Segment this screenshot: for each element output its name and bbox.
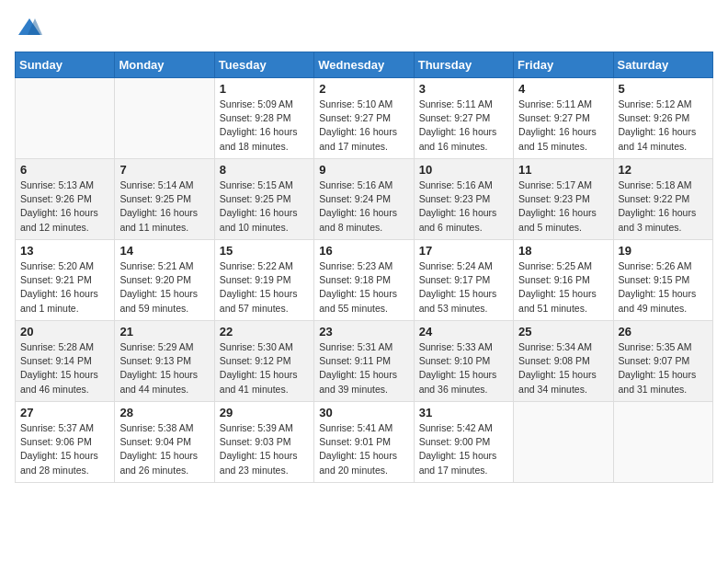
calendar-week-2: 6Sunrise: 5:13 AMSunset: 9:26 PMDaylight…	[16, 159, 713, 240]
calendar-cell	[16, 78, 115, 159]
weekday-header-wednesday: Wednesday	[314, 52, 414, 78]
calendar-cell: 26Sunrise: 5:35 AMSunset: 9:07 PMDayligh…	[613, 321, 712, 402]
day-number: 24	[419, 325, 508, 339]
calendar-cell: 20Sunrise: 5:28 AMSunset: 9:14 PMDayligh…	[16, 321, 115, 402]
calendar-week-5: 27Sunrise: 5:37 AMSunset: 9:06 PMDayligh…	[16, 402, 713, 483]
day-number: 29	[220, 406, 309, 419]
header	[15, 15, 713, 40]
calendar-cell: 11Sunrise: 5:17 AMSunset: 9:23 PMDayligh…	[514, 159, 613, 240]
day-number: 17	[419, 244, 508, 258]
day-number: 25	[518, 325, 608, 339]
calendar-cell: 19Sunrise: 5:26 AMSunset: 9:15 PMDayligh…	[613, 240, 712, 321]
calendar-cell: 10Sunrise: 5:16 AMSunset: 9:23 PMDayligh…	[414, 159, 513, 240]
day-info: Sunrise: 5:16 AMSunset: 9:23 PMDaylight:…	[419, 178, 508, 235]
calendar-cell: 18Sunrise: 5:25 AMSunset: 9:16 PMDayligh…	[514, 240, 613, 321]
weekday-header-saturday: Saturday	[613, 52, 712, 78]
calendar-cell: 17Sunrise: 5:24 AMSunset: 9:17 PMDayligh…	[414, 240, 513, 321]
weekday-header-monday: Monday	[115, 52, 214, 78]
day-info: Sunrise: 5:29 AMSunset: 9:13 PMDaylight:…	[119, 340, 209, 396]
day-info: Sunrise: 5:09 AMSunset: 9:28 PMDaylight:…	[220, 98, 309, 154]
calendar-cell: 7Sunrise: 5:14 AMSunset: 9:25 PMDaylight…	[115, 159, 214, 240]
day-number: 26	[619, 325, 708, 339]
day-info: Sunrise: 5:42 AMSunset: 9:00 PMDaylight:…	[419, 421, 508, 477]
day-info: Sunrise: 5:26 AMSunset: 9:15 PMDaylight:…	[619, 259, 708, 316]
day-number: 30	[319, 406, 408, 419]
day-info: Sunrise: 5:18 AMSunset: 9:22 PMDaylight:…	[619, 178, 708, 235]
day-number: 5	[619, 82, 708, 96]
calendar-cell: 6Sunrise: 5:13 AMSunset: 9:26 PMDaylight…	[16, 159, 115, 240]
calendar-cell	[514, 402, 613, 483]
logo	[15, 15, 42, 40]
day-number: 12	[619, 163, 708, 177]
calendar-week-1: 1Sunrise: 5:09 AMSunset: 9:28 PMDaylight…	[16, 78, 713, 159]
day-number: 6	[20, 163, 109, 177]
day-number: 23	[319, 325, 408, 339]
day-info: Sunrise: 5:11 AMSunset: 9:27 PMDaylight:…	[419, 98, 508, 154]
day-info: Sunrise: 5:21 AMSunset: 9:20 PMDaylight:…	[119, 259, 209, 316]
day-number: 16	[319, 244, 408, 258]
day-info: Sunrise: 5:17 AMSunset: 9:23 PMDaylight:…	[518, 178, 608, 235]
day-number: 10	[419, 163, 508, 177]
day-info: Sunrise: 5:11 AMSunset: 9:27 PMDaylight:…	[518, 98, 608, 154]
calendar-cell: 31Sunrise: 5:42 AMSunset: 9:00 PMDayligh…	[414, 402, 513, 483]
calendar-cell: 24Sunrise: 5:33 AMSunset: 9:10 PMDayligh…	[414, 321, 513, 402]
day-info: Sunrise: 5:34 AMSunset: 9:08 PMDaylight:…	[518, 340, 608, 396]
day-info: Sunrise: 5:13 AMSunset: 9:26 PMDaylight:…	[20, 178, 109, 235]
day-info: Sunrise: 5:20 AMSunset: 9:21 PMDaylight:…	[20, 259, 109, 316]
calendar-cell: 27Sunrise: 5:37 AMSunset: 9:06 PMDayligh…	[16, 402, 115, 483]
calendar-week-4: 20Sunrise: 5:28 AMSunset: 9:14 PMDayligh…	[16, 321, 713, 402]
logo-icon	[17, 15, 42, 40]
day-number: 18	[518, 244, 608, 258]
day-info: Sunrise: 5:33 AMSunset: 9:10 PMDaylight:…	[419, 340, 508, 396]
day-number: 19	[619, 244, 708, 258]
day-info: Sunrise: 5:37 AMSunset: 9:06 PMDaylight:…	[20, 421, 109, 477]
calendar-cell	[613, 402, 712, 483]
day-info: Sunrise: 5:39 AMSunset: 9:03 PMDaylight:…	[220, 421, 309, 477]
calendar-cell: 16Sunrise: 5:23 AMSunset: 9:18 PMDayligh…	[314, 240, 414, 321]
day-info: Sunrise: 5:41 AMSunset: 9:01 PMDaylight:…	[319, 421, 408, 477]
day-info: Sunrise: 5:16 AMSunset: 9:24 PMDaylight:…	[319, 178, 408, 235]
calendar-table: SundayMondayTuesdayWednesdayThursdayFrid…	[15, 52, 713, 483]
day-number: 7	[119, 163, 209, 177]
day-info: Sunrise: 5:10 AMSunset: 9:27 PMDaylight:…	[319, 98, 408, 154]
calendar-cell: 30Sunrise: 5:41 AMSunset: 9:01 PMDayligh…	[314, 402, 414, 483]
day-number: 27	[20, 406, 109, 419]
day-number: 9	[319, 163, 408, 177]
day-number: 3	[419, 82, 508, 96]
calendar-body: 1Sunrise: 5:09 AMSunset: 9:28 PMDaylight…	[16, 78, 713, 483]
day-number: 8	[220, 163, 309, 177]
calendar-cell: 5Sunrise: 5:12 AMSunset: 9:26 PMDaylight…	[613, 78, 712, 159]
day-info: Sunrise: 5:22 AMSunset: 9:19 PMDaylight:…	[220, 259, 309, 316]
day-number: 28	[119, 406, 209, 419]
day-info: Sunrise: 5:23 AMSunset: 9:18 PMDaylight:…	[319, 259, 408, 316]
day-info: Sunrise: 5:25 AMSunset: 9:16 PMDaylight:…	[518, 259, 608, 316]
day-number: 14	[119, 244, 209, 258]
calendar-cell: 13Sunrise: 5:20 AMSunset: 9:21 PMDayligh…	[16, 240, 115, 321]
calendar-cell: 29Sunrise: 5:39 AMSunset: 9:03 PMDayligh…	[214, 402, 313, 483]
day-number: 20	[20, 325, 109, 339]
calendar-cell: 21Sunrise: 5:29 AMSunset: 9:13 PMDayligh…	[115, 321, 214, 402]
day-number: 13	[20, 244, 109, 258]
calendar-header: SundayMondayTuesdayWednesdayThursdayFrid…	[16, 52, 713, 78]
calendar-cell: 4Sunrise: 5:11 AMSunset: 9:27 PMDaylight…	[514, 78, 613, 159]
day-info: Sunrise: 5:12 AMSunset: 9:26 PMDaylight:…	[619, 98, 708, 154]
day-info: Sunrise: 5:35 AMSunset: 9:07 PMDaylight:…	[619, 340, 708, 396]
weekday-header-friday: Friday	[514, 52, 613, 78]
day-info: Sunrise: 5:28 AMSunset: 9:14 PMDaylight:…	[20, 340, 109, 396]
day-number: 21	[119, 325, 209, 339]
day-number: 22	[220, 325, 309, 339]
calendar-cell: 28Sunrise: 5:38 AMSunset: 9:04 PMDayligh…	[115, 402, 214, 483]
calendar-cell: 1Sunrise: 5:09 AMSunset: 9:28 PMDaylight…	[214, 78, 313, 159]
calendar-cell: 25Sunrise: 5:34 AMSunset: 9:08 PMDayligh…	[514, 321, 613, 402]
day-info: Sunrise: 5:30 AMSunset: 9:12 PMDaylight:…	[220, 340, 309, 396]
weekday-header-sunday: Sunday	[16, 52, 115, 78]
weekday-header-thursday: Thursday	[414, 52, 513, 78]
day-info: Sunrise: 5:24 AMSunset: 9:17 PMDaylight:…	[419, 259, 508, 316]
day-info: Sunrise: 5:31 AMSunset: 9:11 PMDaylight:…	[319, 340, 408, 396]
weekday-header-tuesday: Tuesday	[214, 52, 313, 78]
calendar-cell: 9Sunrise: 5:16 AMSunset: 9:24 PMDaylight…	[314, 159, 414, 240]
calendar-cell: 2Sunrise: 5:10 AMSunset: 9:27 PMDaylight…	[314, 78, 414, 159]
calendar-cell: 22Sunrise: 5:30 AMSunset: 9:12 PMDayligh…	[214, 321, 313, 402]
calendar-week-3: 13Sunrise: 5:20 AMSunset: 9:21 PMDayligh…	[16, 240, 713, 321]
calendar-cell: 8Sunrise: 5:15 AMSunset: 9:25 PMDaylight…	[214, 159, 313, 240]
